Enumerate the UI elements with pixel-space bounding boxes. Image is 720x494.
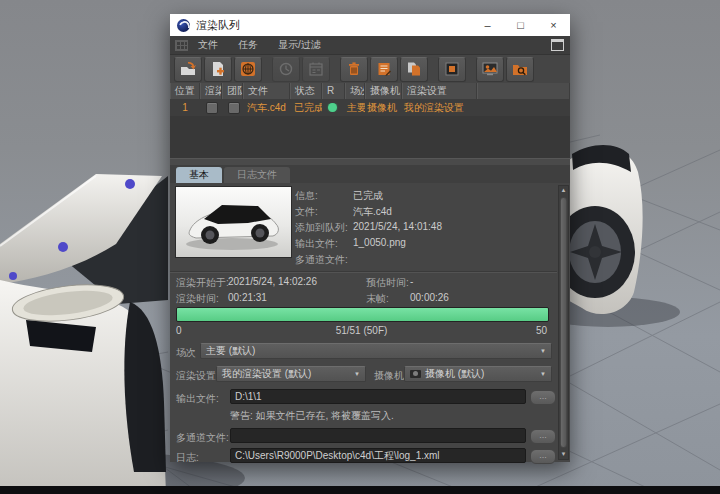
history-icon [278,61,294,77]
chevron-down-icon: ▼ [540,348,546,354]
maximize-button[interactable]: □ [504,14,537,36]
output-browse-button[interactable]: ... [530,390,556,405]
col-take[interactable]: 场次 [345,83,365,99]
log-label: 日志: [176,451,199,465]
tab-log-file[interactable]: 日志文件 [224,167,290,183]
info-value: 已完成 [353,189,383,203]
copy-job-icon [406,61,422,77]
add-job-button[interactable] [204,57,232,82]
close-button[interactable]: × [537,14,570,36]
add-job-icon [210,61,226,77]
chevron-down-icon: ▼ [354,371,360,377]
open-output-folder-button[interactable] [506,57,534,82]
details-panel: 信息: 已完成 文件: 汽车.c4d 添加到队列: 2021/5/24, 14:… [170,183,570,462]
take-dropdown[interactable]: 主要 (默认) ▼ [200,343,552,359]
output-file-input[interactable] [230,389,526,404]
output-file-info-label: 输出文件: [295,237,338,251]
schedule-icon [308,61,324,77]
col-team[interactable]: 团队 [222,83,243,99]
cinema4d-logo-icon [177,19,190,32]
row-render-cell [200,102,222,114]
window-titlebar[interactable]: 渲染队列 – □ × [170,14,570,36]
scroll-up-icon[interactable]: ▲ [559,186,568,195]
menu-bar: 文件 任务 显示/过滤 [170,36,570,55]
picture-viewer-button[interactable] [476,57,504,82]
queue-table-header: 位置 渲染 团队 文件 状态 R 场次 摄像机 渲染设置 [170,83,570,99]
row-camera: 摄像机 [365,101,402,115]
last-frame-label: 末帧: [366,292,389,306]
row-file: 汽车.c4d [243,101,290,115]
viewport-bottom-edge [0,486,720,494]
team-render-icon [240,61,256,77]
edit-render-settings-button[interactable] [370,57,398,82]
col-render-setting[interactable]: 渲染设置 [402,83,477,99]
edit-render-settings-icon [376,61,392,77]
render-time-value: 00:21:31 [228,292,267,303]
file-label: 文件: [295,205,318,219]
output-file-info-value: 1_0050.png [353,237,406,248]
take-dropdown-value: 主要 (默认) [206,344,255,358]
team-checkbox[interactable] [228,102,240,114]
col-render[interactable]: 渲染 [200,83,222,99]
row-take: 主要 [345,101,365,115]
schedule-button [302,57,330,82]
screenshot-root: 渲染队列 – □ × 文件 任务 显示/过滤 [0,0,720,494]
menu-file[interactable]: 文件 [188,38,228,52]
camera-label: 摄像机: [374,369,407,383]
toolbar [170,55,570,84]
estimated-time-value: - [410,276,413,287]
render-setting-dropdown-value: 我的渲染设置 (默认) [222,367,311,381]
picture-viewer-icon [482,61,498,77]
camera-icon [410,370,421,378]
render-setting-label: 渲染设置 [176,369,216,383]
menu-task[interactable]: 任务 [228,38,268,52]
delete-job-icon [346,61,362,77]
col-file[interactable]: 文件 [243,83,290,99]
scroll-down-icon[interactable]: ▼ [559,450,568,459]
open-file-icon [180,61,196,77]
col-camera[interactable]: 摄像机 [365,83,402,99]
row-position: 1 [170,102,200,113]
details-scrollbar[interactable]: ▲ ▼ [558,185,569,460]
multipass-file-input[interactable] [230,428,526,443]
divider [170,271,557,273]
team-render-button[interactable] [234,57,262,82]
take-label: 场次 [176,346,196,360]
menu-display-filter[interactable]: 显示/过滤 [268,38,331,52]
status-ok-dot [328,103,337,112]
row-status: 已完成 [290,101,322,115]
undock-icon[interactable] [551,39,564,51]
col-r[interactable]: R [322,83,345,99]
render-start-label: 渲染开始于: [176,276,229,290]
row-team-cell [222,102,243,114]
multipass-file-label: 多通道文件: [176,431,229,445]
queue-table-empty-area[interactable] [170,116,570,158]
added-value: 2021/5/24, 14:01:48 [353,221,442,232]
render-time-label: 渲染时间: [176,292,219,306]
estimated-time-label: 预估时间: [366,276,409,290]
log-browse-button[interactable]: ... [530,449,556,464]
camera-dropdown[interactable]: 摄像机 (默认) ▼ [404,366,552,382]
panel-grid-icon[interactable] [175,40,188,51]
start-render-button[interactable] [438,57,466,82]
render-setting-dropdown[interactable]: 我的渲染设置 (默认) ▼ [216,366,366,382]
render-checkbox[interactable] [206,102,218,114]
minimize-button[interactable]: – [471,14,504,36]
added-label: 添加到队列: [295,221,348,235]
render-start-value: 2021/5/24, 14:02:26 [228,276,317,287]
scrollbar-thumb[interactable] [560,197,567,448]
delete-job-button[interactable] [340,57,368,82]
last-frame-value: 00:00:26 [410,292,449,303]
multipass-browse-button[interactable]: ... [530,429,556,444]
log-file-input[interactable] [230,448,526,463]
col-status[interactable]: 状态 [290,83,322,99]
window-title: 渲染队列 [196,18,240,33]
chevron-down-icon: ▼ [540,371,546,377]
render-preview-thumbnail [175,186,292,258]
open-file-button[interactable] [174,57,202,82]
col-position[interactable]: 位置 [170,83,200,99]
multipass-info-label: 多通道文件: [295,253,348,267]
tab-basic[interactable]: 基本 [176,167,222,183]
copy-job-button[interactable] [400,57,428,82]
queue-row-1[interactable]: 1 汽车.c4d 已完成 主要 摄像机 我的渲染设置 [170,99,570,116]
